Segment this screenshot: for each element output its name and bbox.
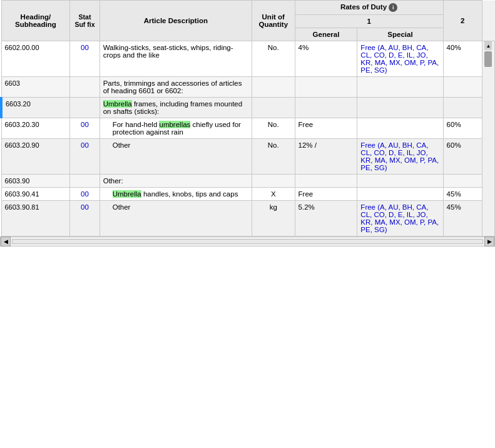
cell-stat: 00 [70,139,100,175]
cell-unit: X [252,188,295,201]
cell-unit [252,175,295,188]
cell-col2 [443,175,482,188]
unit-quantity-header: Unit of Quantity [252,1,295,41]
header-row-1: Heading/ Subheading Stat Suf fix Article… [1,1,495,15]
cell-heading: 6603.20.90 [1,139,70,175]
cell-heading: 6603.90.41 [1,188,70,201]
special-header: Special [357,28,443,41]
scrollbar-cell[interactable]: ▲ [482,41,494,237]
cell-article: Parts, trimmings and accessories of arti… [100,77,252,98]
cell-heading: 6603.90.81 [1,201,70,237]
cell-special: Free (A, AU, BH, CA, CL, CO, D, E, IL, J… [357,201,443,237]
cell-stat [70,77,100,98]
main-table-container: Heading/ Subheading Stat Suf fix Article… [0,0,495,247]
tariff-table: Heading/ Subheading Stat Suf fix Article… [0,0,495,237]
cell-unit [252,98,295,118]
cell-col2: 60% [443,139,482,175]
rates-label: Rates of Duty [340,3,387,11]
highlight-umbrellas: umbrellas [159,121,190,128]
cell-stat [70,175,100,188]
highlight-umbrella: Umbrella [103,100,132,108]
cell-unit [252,77,295,98]
scroll-track[interactable] [12,239,483,244]
rates-of-duty-header: Rates of Duty i [295,1,443,15]
cell-col2 [443,77,482,98]
col1-header: 1 [295,15,443,28]
cell-stat: 00 [70,201,100,237]
table-row: 6603.20 Umbrella frames, including frame… [1,98,495,118]
heading-subheading-header: Heading/ Subheading [1,1,70,41]
horizontal-scrollbar[interactable]: ◀ ▶ [0,237,495,247]
cell-stat [70,98,100,118]
cell-general [295,175,357,188]
cell-heading: 6603 [1,77,70,98]
col2-header: 2 [443,1,482,41]
cell-general [295,77,357,98]
cell-col2: 60% [443,118,482,139]
stat-header: Stat Suf fix [70,1,100,41]
cell-heading: 6602.00.00 [1,41,70,77]
cell-unit: No. [252,41,295,77]
cell-col2 [443,98,482,118]
cell-general: Free [295,118,357,139]
cell-general: 4% [295,41,357,77]
cell-special: Free (A, AU, BH, CA, CL, CO, D, E, IL, J… [357,41,443,77]
info-icon[interactable]: i [389,3,397,12]
cell-general: 12% / [295,139,357,175]
cell-stat: 00 [70,41,100,77]
table-row: 6602.00.00 00 Walking-sticks, seat-stick… [1,41,495,77]
cell-special [357,77,443,98]
cell-article: Umbrella frames, including frames mounte… [100,98,252,118]
table-row: 6603.20.30 00 For hand-held umbrellas ch… [1,118,495,139]
general-header: General [295,28,357,41]
scrollbar-header [482,1,494,41]
cell-stat: 00 [70,188,100,201]
highlight-umbrella-2: Umbrella [113,190,141,198]
cell-general: 5.2% [295,201,357,237]
cell-special [357,98,443,118]
cell-special [357,118,443,139]
table-row: 6603.90.81 00 Other kg 5.2% Free (A, AU,… [1,201,495,237]
cell-unit: kg [252,201,295,237]
cell-article: Other: [100,175,252,188]
table-row: 6603.20.90 00 Other No. 12% / Free (A, A… [1,139,495,175]
cell-general [295,98,357,118]
cell-article: Umbrella handles, knobs, tips and caps [100,188,252,201]
cell-col2: 45% [443,188,482,201]
cell-unit: No. [252,118,295,139]
cell-col2: 40% [443,41,482,77]
cell-article: Other [100,201,252,237]
cell-article: Other [100,139,252,175]
cell-special: Free (A, AU, BH, CA, CL, CO, D, E, IL, J… [357,139,443,175]
cell-col2: 45% [443,201,482,237]
cell-special [357,188,443,201]
article-description-header: Article Description [100,1,252,41]
table-row: 6603.90.41 00 Umbrella handles, knobs, t… [1,188,495,201]
cell-article: For hand-held umbrellas chiefly used for… [100,118,252,139]
table-row: 6603 Parts, trimmings and accessories of… [1,77,495,98]
cell-heading: 6603.90 [1,175,70,188]
cell-heading: 6603.20.30 [1,118,70,139]
cell-special [357,175,443,188]
cell-article: Walking-sticks, seat-sticks, whips, ridi… [100,41,252,77]
cell-unit: No. [252,139,295,175]
cell-heading: 6603.20 [1,98,70,118]
cell-general: Free [295,188,357,201]
cell-stat: 00 [70,118,100,139]
scroll-left-button[interactable]: ◀ [1,237,11,247]
scroll-right-button[interactable]: ▶ [484,237,494,247]
table-row: 6603.90 Other: [1,175,495,188]
